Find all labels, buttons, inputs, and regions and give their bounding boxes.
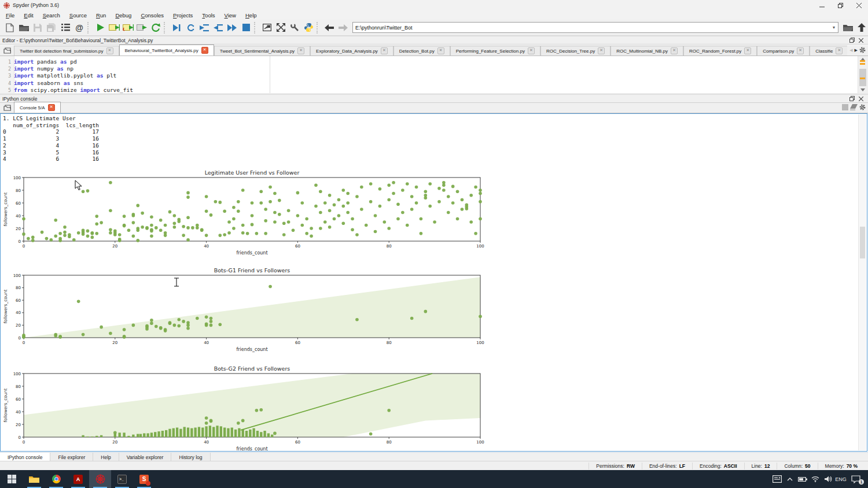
editor-tab-1[interactable]: Behavioural_TwitterBot_Analysis.py✕ [119,45,214,56]
menu-tools[interactable]: Tools [197,12,219,19]
bottom-tab-variable-explorer[interactable]: Variable explorer [119,453,172,461]
open-file-icon[interactable] [17,21,31,34]
menu-edit[interactable]: Edit [19,12,38,19]
bottom-tab-ipython-console[interactable]: IPython console [0,453,50,461]
bottom-tab-help[interactable]: Help [93,453,119,461]
stop-icon[interactable] [239,21,253,34]
restore-button[interactable] [831,0,849,10]
close-tab-icon[interactable]: ✕ [201,47,208,54]
editor-tab-7[interactable]: ROC_Multinomial_NB.py✕ [610,46,683,56]
preferences-wrench-icon[interactable] [288,21,301,34]
save-icon[interactable] [31,21,45,34]
parent-dir-icon[interactable] [855,21,868,34]
rerun-cell-icon[interactable] [135,21,149,34]
scroll-tabs-left-icon[interactable]: ◀ [849,48,852,53]
editor-tab-5[interactable]: Performing_Feature_Selection.py✕ [450,46,540,56]
bottom-tab-history-log[interactable]: History log [171,453,210,461]
close-tab-icon[interactable]: ✕ [381,47,388,54]
taskbar-spyder-icon[interactable] [89,470,111,488]
maximize-pane-icon[interactable] [260,21,274,34]
volume-icon[interactable] [822,470,834,488]
open-dir-icon[interactable] [841,21,855,34]
wifi-icon[interactable] [809,470,822,488]
menu-file[interactable]: File [1,12,19,19]
code-editor[interactable]: 1import pandas as pd2import numpy as np3… [0,56,868,93]
forward-icon[interactable] [336,21,350,34]
working-directory-input[interactable] [353,25,830,31]
step-return-icon[interactable] [211,21,225,34]
close-tab-icon[interactable]: ✕ [106,47,113,54]
battery-icon[interactable] [796,470,809,488]
editor-tab-9[interactable]: Comparison.py✕ [757,46,810,56]
browse-tabs-icon[interactable] [0,102,14,113]
close-tab-icon[interactable]: ✕ [797,47,804,54]
close-tab-icon[interactable]: ✕ [598,47,605,54]
tray-app-window-icon[interactable] [771,470,784,488]
close-pane-icon[interactable] [856,38,866,43]
editor-tab-10[interactable]: Classifie✕ [810,46,847,56]
fullscreen-icon[interactable] [274,21,288,34]
chevron-down-icon[interactable]: ▾ [830,25,838,30]
continue-icon[interactable] [225,21,239,34]
console-options-gear-icon[interactable] [859,102,866,113]
minimize-button[interactable] [812,0,831,10]
start-button[interactable] [0,470,23,488]
scroll-tabs-right-icon[interactable]: ▶ [855,48,858,53]
menu-projects[interactable]: Projects [168,12,197,19]
step-icon[interactable] [183,21,197,34]
close-pane-icon[interactable] [856,97,866,101]
editor-options-gear-icon[interactable] [859,45,866,56]
scrollbar-thumb[interactable] [860,227,865,258]
close-tab-icon[interactable]: ✕ [671,47,678,54]
editor-tab-3[interactable]: Exploratory_Data_Analysis.py✕ [310,46,393,56]
undock-pane-icon[interactable] [847,38,856,43]
menu-view[interactable]: View [220,12,241,19]
close-tab-icon[interactable]: ✕ [744,47,751,54]
close-tab-icon[interactable]: ✕ [297,47,304,54]
notifications-icon[interactable]: 1 [847,470,865,488]
close-button[interactable] [849,0,868,10]
menu-consoles[interactable]: Consoles [136,12,168,19]
debug-icon[interactable] [170,21,183,34]
taskbar-chrome-icon[interactable] [45,470,67,488]
rerun-script-icon[interactable] [149,21,163,34]
step-into-icon[interactable] [197,21,211,34]
editor-tab-4[interactable]: Detection_Bot.py✕ [393,46,450,56]
run-cell-advance-icon[interactable] [121,21,135,34]
taskbar-terminal-icon[interactable]: >_ [111,470,133,488]
clear-console-eraser-icon[interactable] [850,102,858,113]
chevron-up-icon[interactable] [784,470,796,488]
menu-debug[interactable]: Debug [111,12,136,19]
console-tab[interactable]: Console 5/A ✕ [14,102,61,113]
language-indicator[interactable]: ENG [834,470,847,488]
interrupt-kernel-icon[interactable] [842,102,848,113]
console-output-area[interactable]: 1. LCS Legitimate User num_of_strings lc… [0,113,867,452]
editor-tab-6[interactable]: ROC_Decision_Tree.py✕ [540,46,610,56]
undock-pane-icon[interactable] [847,96,856,101]
taskbar-acrobat-icon[interactable]: A [67,470,89,488]
browse-tabs-icon[interactable] [0,45,14,56]
menu-help[interactable]: Help [241,12,262,19]
close-tab-icon[interactable]: ✕ [836,47,843,54]
bottom-tab-file-explorer[interactable]: File explorer [50,453,93,461]
close-tab-icon[interactable]: ✕ [528,47,535,54]
editor-tab-8[interactable]: ROC_Random_Forest.py✕ [683,46,757,56]
save-all-icon[interactable] [45,21,58,34]
scrollbar-down-icon[interactable] [860,88,865,91]
menu-source[interactable]: Source [65,12,91,19]
close-tab-icon[interactable]: ✕ [437,47,444,54]
file-switcher-icon[interactable] [58,21,72,34]
symbol-finder-icon[interactable]: @ [72,21,86,34]
back-icon[interactable] [322,21,336,34]
run-cell-icon[interactable] [107,21,121,34]
menu-search[interactable]: Search [38,12,65,19]
console-scrollbar[interactable] [858,114,866,450]
editor-tab-2[interactable]: Tweet_Bot_Sentimental_Analysis.py✕ [214,46,310,56]
menu-run[interactable]: Run [91,12,111,19]
python-path-icon[interactable] [301,21,315,34]
run-icon[interactable] [93,21,107,34]
close-tab-icon[interactable]: ✕ [48,104,55,111]
new-file-icon[interactable] [3,21,17,34]
taskbar-red-s-app-icon[interactable]: S [133,470,155,488]
taskbar-file-explorer-icon[interactable] [23,470,45,488]
